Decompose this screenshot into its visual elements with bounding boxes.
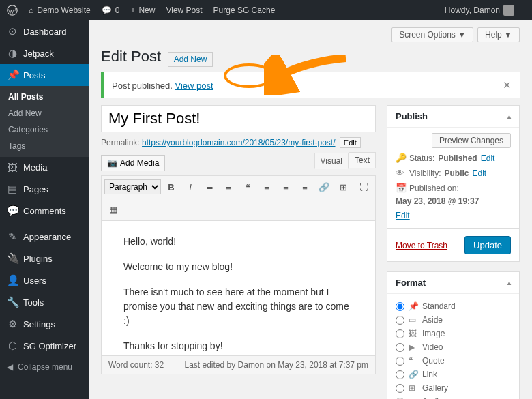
editor-toolbar-2: ▦ [101, 198, 376, 221]
new-link[interactable]: +New [130, 5, 155, 15]
tab-text[interactable]: Text [349, 152, 376, 168]
format-option-link[interactable]: 🔗Link [396, 368, 511, 381]
ol-button[interactable]: ≡ [220, 179, 237, 195]
calendar-icon: 📅 [396, 183, 406, 193]
sidebar-item-appearance[interactable]: ✎Appearance [0, 226, 89, 248]
editor-toolbar: Paragraph B I ≣ ≡ ❝ ≡ ≡ ≡ 🔗 ⊞ ⛶ [101, 175, 376, 198]
more-button[interactable]: ⊞ [334, 179, 352, 195]
avatar [503, 5, 514, 16]
tab-visual[interactable]: Visual [314, 153, 349, 169]
chevron-up-icon: ▴ [507, 113, 511, 120]
notice-text: Post published. [112, 80, 173, 91]
comment-icon: 💬 [102, 5, 112, 15]
content-p4: Thanks for stopping by! [123, 339, 353, 353]
sidebar-item-jetpack[interactable]: ◑Jetpack [0, 42, 89, 64]
preview-changes-button[interactable]: Preview Changes [432, 133, 511, 148]
account-link[interactable]: Howdy, Damon [445, 5, 514, 16]
quote-button[interactable]: ❝ [239, 179, 256, 195]
sidebar-item-posts[interactable]: 📌Posts [0, 64, 89, 86]
italic-button[interactable]: I [181, 179, 199, 195]
fullscreen-button[interactable]: ⛶ [355, 179, 372, 195]
format-icon: 🔗 [409, 370, 418, 379]
admin-toolbar: ⌂Demo Website 💬0 +New View Post Purge SG… [0, 0, 532, 20]
sidebar-sub-add-new[interactable]: Add New [0, 105, 89, 121]
add-new-button[interactable]: Add New [168, 52, 213, 67]
format-option-aside[interactable]: ▭Aside [396, 313, 511, 327]
publish-box: Publish▴ Preview Changes 🔑Status: Publis… [387, 105, 520, 262]
align-center-button[interactable]: ≡ [277, 179, 295, 195]
content-p3: There isn't much to see here at the mome… [123, 285, 353, 328]
word-count: Word count: 32 [108, 360, 164, 370]
jetpack-icon: ◑ [7, 47, 18, 59]
view-post-link[interactable]: View Post [166, 5, 202, 15]
purge-cache-link[interactable]: Purge SG Cache [213, 5, 276, 15]
format-box-header[interactable]: Format▴ [387, 272, 519, 294]
sidebar-item-plugins[interactable]: 🔌Plugins [0, 248, 89, 269]
eye-icon: 👁 [396, 168, 406, 178]
move-to-trash-link[interactable]: Move to Trash [396, 241, 447, 250]
sidebar-item-dashboard[interactable]: ⊙Dashboard [0, 20, 89, 42]
sidebar-item-comments[interactable]: 💬Comments [0, 200, 89, 222]
format-option-gallery[interactable]: ⊞Gallery [396, 381, 511, 395]
editor-body[interactable]: Hello, world! Welcome to my new blog! Th… [101, 221, 376, 356]
sidebar-item-pages[interactable]: ▤Pages [0, 178, 89, 200]
kitchen-sink-button[interactable]: ▦ [104, 201, 122, 218]
sidebar-item-sg[interactable]: ⬡SG Optimizer [0, 335, 89, 357]
help-button[interactable]: Help ▼ [477, 27, 520, 42]
wp-logo[interactable] [7, 5, 18, 16]
home-icon: ⌂ [29, 5, 33, 15]
format-icon: ▭ [409, 315, 418, 325]
site-link[interactable]: ⌂Demo Website [29, 5, 91, 15]
tools-icon: 🔧 [7, 296, 18, 308]
format-option-image[interactable]: 🖼Image [396, 327, 511, 340]
paragraph-select[interactable]: Paragraph [104, 179, 161, 194]
settings-icon: ⚙ [7, 318, 18, 330]
link-button[interactable]: 🔗 [315, 179, 333, 195]
update-button[interactable]: Update [464, 236, 511, 254]
bold-button[interactable]: B [162, 179, 180, 195]
format-icon: ❝ [409, 356, 418, 366]
align-right-button[interactable]: ≡ [296, 179, 314, 195]
format-option-standard[interactable]: 📌Standard [396, 299, 511, 313]
format-icon: 🖼 [409, 329, 418, 338]
permalink-row: Permalink: https://yourblogdomain.com/20… [101, 137, 376, 148]
permalink-edit-button[interactable]: Edit [340, 137, 361, 148]
add-media-button[interactable]: 📷Add Media [101, 155, 165, 171]
sidebar-item-settings[interactable]: ⚙Settings [0, 313, 89, 335]
sidebar-item-tools[interactable]: 🔧Tools [0, 291, 89, 313]
collapse-menu[interactable]: ◀Collapse menu [0, 357, 89, 377]
page-title: Edit Post [101, 48, 161, 65]
sidebar-item-media[interactable]: 🖾Media [0, 157, 89, 178]
date-edit-link[interactable]: Edit [396, 211, 410, 220]
editor-statusbar: Word count: 32 Last edited by Damon on M… [101, 356, 376, 374]
comments-link[interactable]: 💬0 [102, 5, 120, 15]
screen-options-button[interactable]: Screen Options ▼ [391, 27, 473, 42]
format-option-quote[interactable]: ❝Quote [396, 354, 511, 368]
sidebar-sub-categories[interactable]: Categories [0, 121, 89, 138]
post-title-input[interactable] [101, 105, 376, 132]
format-icon: ▶ [409, 342, 418, 352]
dismiss-notice-icon[interactable]: ✕ [503, 79, 512, 91]
format-option-audio[interactable]: ♫Audio [396, 395, 511, 399]
chevron-up-icon: ▴ [507, 279, 511, 286]
visibility-edit-link[interactable]: Edit [472, 168, 486, 178]
comments-icon: 💬 [7, 205, 18, 217]
sidebar-sub-all-posts[interactable]: All Posts [0, 89, 89, 105]
collapse-icon: ◀ [7, 362, 13, 372]
users-icon: 👤 [7, 274, 18, 286]
view-post-link-notice[interactable]: View post [175, 80, 213, 91]
publish-box-header[interactable]: Publish▴ [387, 106, 519, 128]
key-icon: 🔑 [396, 153, 406, 163]
format-option-video[interactable]: ▶Video [396, 340, 511, 354]
plus-icon: + [130, 5, 135, 15]
sidebar-sub-tags[interactable]: Tags [0, 138, 89, 154]
ul-button[interactable]: ≣ [201, 179, 218, 195]
align-left-button[interactable]: ≡ [258, 179, 276, 195]
sg-icon: ⬡ [7, 340, 18, 352]
dashboard-icon: ⊙ [7, 25, 18, 38]
status-edit-link[interactable]: Edit [481, 153, 495, 163]
brush-icon: ✎ [7, 231, 18, 243]
sidebar-item-users[interactable]: 👤Users [0, 269, 89, 291]
permalink-link[interactable]: https://yourblogdomain.com/2018/05/23/my… [142, 138, 335, 147]
pin-icon: 📌 [7, 69, 18, 81]
